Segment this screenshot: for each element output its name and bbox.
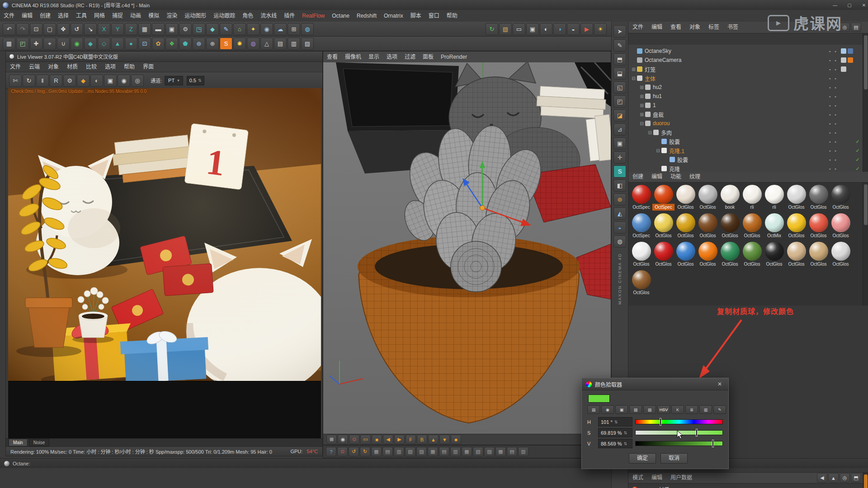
mode-tool-icon[interactable]: ◭	[613, 207, 626, 220]
object-tag-icon[interactable]	[841, 148, 846, 153]
timeline-icon[interactable]: ▦	[428, 447, 438, 456]
viewport-toolbar-icon[interactable]: ◀	[383, 435, 393, 444]
timeline-icon[interactable]: ▤	[439, 447, 449, 456]
close-button[interactable]: ✕	[857, 1, 868, 9]
toolbar-icon[interactable]: ◆	[84, 38, 97, 50]
menu-item[interactable]: 窗口	[425, 10, 443, 22]
mode-tool-icon[interactable]: ⬓	[613, 67, 626, 80]
menu-item[interactable]: 模拟	[145, 10, 163, 22]
object-tag-icon[interactable]	[848, 75, 853, 81]
material-item[interactable]: OctSpec	[652, 184, 675, 211]
viewport-toolbar-icon[interactable]: ■	[372, 435, 382, 444]
live-viewer-menu-item[interactable]: 对象	[44, 62, 63, 72]
mode-tool-icon[interactable]: ◧	[613, 179, 626, 192]
material-item[interactable]: OctGlos	[741, 212, 763, 239]
timeline-icon[interactable]: ↺	[349, 447, 359, 456]
object-tree-item[interactable]: ⊟ 克隆.1 ● ● ✓	[628, 146, 868, 155]
material-item[interactable]: OctGlos	[652, 241, 675, 267]
material-sphere[interactable]	[831, 213, 850, 232]
toolbar-icon[interactable]: ⊕	[206, 38, 219, 50]
object-tree-item[interactable]: ⊞ 1 ● ●	[628, 101, 868, 110]
viewport-menu-item[interactable]: 面板	[419, 52, 437, 63]
timeline-icon[interactable]: ▤	[507, 447, 517, 456]
hue-value-field[interactable]: 101 °⇅	[598, 417, 632, 427]
object-manager-menu-item[interactable]: 查看	[666, 22, 685, 33]
timeline-icon[interactable]: ↻	[360, 447, 370, 456]
object-tag-icon[interactable]	[848, 112, 853, 117]
material-sphere[interactable]	[765, 242, 784, 261]
live-viewer-toolbar-icon[interactable]: ◎	[131, 75, 144, 87]
menu-item[interactable]: 选择	[54, 10, 72, 22]
mode-tool-icon[interactable]: ◍	[613, 235, 626, 248]
object-tag-icon[interactable]	[841, 157, 846, 162]
stepper-arrows-icon[interactable]: ⇅	[198, 78, 202, 83]
stepper-arrows-icon[interactable]: ⇅	[623, 431, 627, 435]
timeline-icon[interactable]: ▥	[394, 447, 404, 456]
material-sphere[interactable]	[743, 185, 762, 204]
timeline-icon[interactable]: ▧	[405, 447, 415, 456]
menu-item[interactable]: 运动图形	[181, 10, 210, 22]
toolbar-icon[interactable]: ↶	[3, 23, 15, 35]
toolbar-icon[interactable]: ◐	[540, 23, 552, 35]
picker-mode-icon[interactable]: ≣	[685, 405, 698, 414]
viewport-menu-item[interactable]: 选项	[383, 52, 401, 63]
object-tree-item[interactable]: ⊟ duorou ● ●	[628, 119, 868, 128]
channel-select[interactable]: PT ▾	[165, 76, 183, 85]
viewport-panel[interactable]: 查看摄像机显示选项过滤面板ProRender	[323, 51, 611, 445]
object-tag-icon[interactable]	[848, 103, 853, 108]
timeline-icon[interactable]: ?	[326, 447, 336, 456]
toolbar-icon[interactable]: ❖	[165, 38, 178, 50]
toolbar-icon[interactable]: ↷	[16, 23, 29, 35]
object-tag-icon[interactable]	[841, 121, 846, 126]
toolbar-icon[interactable]: ◆	[206, 23, 219, 35]
enabled-check-icon[interactable]: ✓	[854, 166, 861, 172]
material-sphere[interactable]	[721, 213, 740, 232]
toolbar-icon[interactable]: ⊡	[138, 38, 151, 50]
menu-item[interactable]: RealFlow	[298, 10, 328, 22]
attribute-scrollbar[interactable]	[863, 473, 868, 488]
object-label[interactable]: 灯笼	[645, 66, 829, 73]
mode-tool-icon[interactable]: ◪	[613, 109, 626, 122]
material-sphere[interactable]	[765, 185, 784, 204]
mode-tool-icon[interactable]: ✎	[613, 39, 626, 52]
visibility-dots[interactable]: ● ●	[829, 104, 838, 107]
viewport-toolbar-icon[interactable]: B	[417, 435, 427, 444]
enabled-check-icon[interactable]: ✓	[854, 139, 861, 145]
viewport-menu-item[interactable]: 显示	[365, 52, 383, 63]
material-item[interactable]: rli	[763, 184, 785, 211]
mode-tool-icon[interactable]: ⬒	[613, 53, 626, 66]
material-sphere[interactable]	[654, 242, 673, 261]
object-manager-menu-icon[interactable]: ▤	[851, 23, 861, 32]
live-viewer-titlebar[interactable]: Live Viewer 3.07-R2 中国C4D联盟中文汉化版	[6, 52, 322, 62]
material-sphere[interactable]	[654, 213, 673, 232]
object-label[interactable]: duorou	[653, 120, 829, 127]
toolbar-icon[interactable]: ✥	[57, 23, 70, 35]
maximize-button[interactable]: ▢	[843, 1, 856, 9]
toolbar-icon[interactable]: ▬	[152, 23, 165, 35]
live-viewer-toolbar-icon[interactable]: ▣	[104, 75, 117, 87]
dialog-titlebar[interactable]: 颜色拾取器 ✕	[582, 378, 728, 390]
toolbar-icon[interactable]: ✎	[220, 23, 232, 35]
toolbar-icon[interactable]: ◉	[71, 38, 83, 50]
render-canvas[interactable]: 1	[8, 88, 321, 381]
toolbar-icon[interactable]: S	[220, 38, 232, 50]
material-item[interactable]: OctGlos	[697, 184, 719, 211]
toolbar-icon[interactable]: ▭	[513, 23, 525, 35]
object-tag-icon[interactable]	[848, 57, 853, 63]
toolbar-icon[interactable]: ●	[125, 38, 137, 50]
toolbar-icon[interactable]: ▢	[43, 23, 56, 35]
menu-item[interactable]: Ornatrix	[380, 10, 407, 22]
toolbar-icon[interactable]: ▶	[580, 23, 593, 35]
material-item[interactable]: OctGlos	[675, 184, 697, 211]
toolbar-icon[interactable]: ✿	[152, 38, 165, 50]
toolbar-icon[interactable]: ◒	[567, 23, 580, 35]
material-item[interactable]: OctGlos	[719, 212, 741, 239]
material-manager-menu-item[interactable]: 创建	[628, 171, 647, 183]
material-manager-menu-item[interactable]: 纹理	[685, 171, 704, 183]
object-manager-menu-item[interactable]: 编辑	[647, 22, 666, 33]
object-tree-item[interactable]: ⊟ 多肉 ● ●	[628, 128, 868, 137]
viewport-menu-item[interactable]: 查看	[323, 52, 341, 63]
toolbar-icon[interactable]: ◇	[98, 38, 110, 50]
toolbar-icon[interactable]: ✺	[233, 38, 246, 50]
object-tag-icon[interactable]	[848, 94, 853, 99]
